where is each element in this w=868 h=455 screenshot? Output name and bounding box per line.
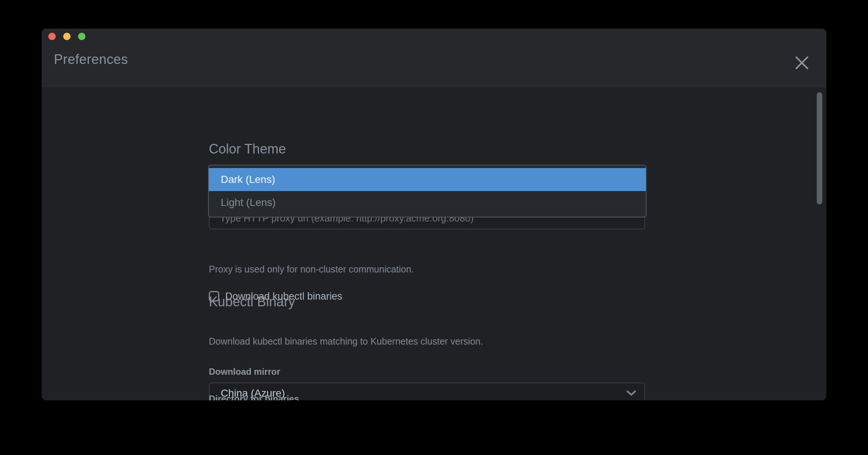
traffic-light-minimize-icon[interactable] (63, 33, 71, 40)
page-title: Preferences (54, 52, 128, 67)
dropdown-option-light[interactable]: Light (Lens) (209, 191, 646, 214)
titlebar[interactable]: Preferences (42, 29, 826, 87)
close-button[interactable] (793, 54, 811, 72)
preferences-window: Preferences Color Theme Dark (Lens) Dark… (42, 29, 826, 400)
download-kubectl-row: Download kubectl binaries (209, 290, 342, 302)
scrollbar-thumb[interactable] (817, 92, 822, 204)
desktop-background: Preferences Color Theme Dark (Lens) Dark… (0, 0, 868, 455)
close-icon (794, 55, 810, 70)
proxy-helper-text: Proxy is used only for non-cluster commu… (209, 264, 414, 275)
directory-for-binaries-label: Directory for binaries (209, 394, 299, 400)
kubectl-helper-text: Download kubectl binaries matching to Ku… (209, 336, 483, 347)
traffic-light-zoom-icon[interactable] (78, 33, 85, 40)
download-mirror-label: Download mirror (209, 367, 280, 377)
download-kubectl-label: Download kubectl binaries (225, 291, 342, 302)
chevron-down-icon (626, 390, 636, 396)
dropdown-option-dark[interactable]: Dark (Lens) (209, 168, 646, 191)
download-kubectl-checkbox[interactable] (209, 291, 219, 301)
color-theme-dropdown: Dark (Lens) Light (Lens) (208, 165, 647, 217)
color-theme-heading: Color Theme (209, 141, 286, 157)
traffic-light-close-icon[interactable] (48, 33, 56, 40)
